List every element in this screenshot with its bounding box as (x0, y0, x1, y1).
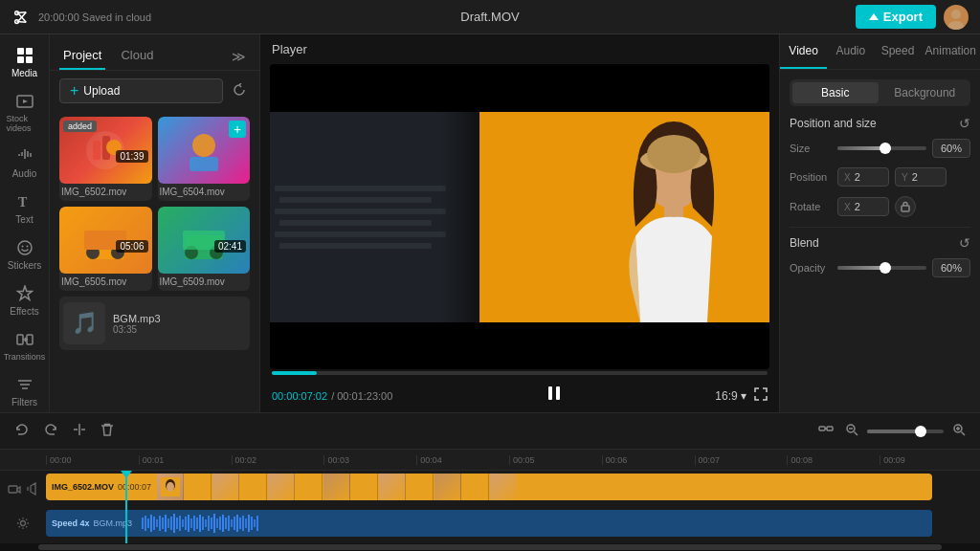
position-size-reset[interactable]: ↺ (959, 116, 970, 131)
svg-point-7 (948, 21, 964, 30)
redo-button[interactable] (40, 419, 61, 443)
audio-track[interactable]: Speed 4x BGM.mp3 (46, 510, 932, 537)
svg-rect-82 (202, 517, 204, 530)
media-item-2[interactable]: + IMG_6504.mov (158, 117, 251, 201)
scrollbar-thumb[interactable] (38, 544, 942, 550)
frame-10 (407, 474, 434, 500)
tab-audio[interactable]: Audio (827, 34, 874, 69)
avatar[interactable] (944, 5, 969, 30)
stickers-icon (15, 238, 34, 257)
blend-reset[interactable]: ↺ (959, 235, 970, 251)
position-x-input[interactable]: X 2 (837, 167, 889, 187)
sidebar-item-audio[interactable]: Audio (3, 141, 47, 185)
sub-tab-basic[interactable]: Basic (792, 82, 879, 103)
sidebar-item-text[interactable]: T Text (3, 187, 47, 231)
rotate-lock-button[interactable] (895, 196, 916, 217)
progress-bar-fill (272, 371, 317, 375)
svg-marker-13 (23, 99, 28, 103)
zoom-in-button[interactable] (949, 420, 969, 442)
sidebar-item-transitions[interactable]: Transitions (3, 324, 47, 367)
media-item-4[interactable]: 02:41 IMG_6509.mov (158, 207, 251, 291)
timeline-ruler: 00:00 00:01 00:02 00:03 00:04 00:05 00:0… (0, 450, 980, 471)
svg-rect-65 (153, 517, 155, 530)
player-right-controls: 16:9 ▾ (715, 387, 768, 404)
total-time: / 00:01:23:00 (331, 390, 392, 402)
video-track-audio-icon[interactable] (25, 481, 40, 499)
svg-rect-98 (248, 515, 250, 532)
frame-7 (323, 474, 350, 500)
timeline-toolbar (0, 413, 980, 450)
aspect-ratio-button[interactable]: 16:9 ▾ (715, 389, 746, 403)
svg-rect-69 (165, 515, 167, 532)
media-duration-1: 01:39 (116, 150, 147, 163)
icon-sidebar: Media Stock videos Audio T (0, 34, 50, 412)
video-track-camera-icon[interactable] (7, 482, 22, 498)
add-track-button[interactable] (815, 419, 836, 443)
svg-rect-63 (147, 518, 149, 528)
svg-rect-80 (196, 518, 198, 529)
pause-button[interactable] (546, 385, 563, 407)
opacity-row: Opacity 60% (790, 258, 970, 277)
svg-rect-66 (156, 519, 158, 527)
effects-icon (15, 284, 34, 303)
rotate-label: Rotate (790, 201, 832, 212)
sidebar-item-filters[interactable]: Filters (3, 369, 47, 412)
collapse-button[interactable]: ≫ (228, 45, 250, 68)
sub-tab-background[interactable]: Background (882, 82, 969, 103)
video-track[interactable]: IMG_6502.MOV 00:00:07 (46, 474, 932, 500)
svg-rect-71 (170, 517, 172, 530)
tab-animation[interactable]: Animation (922, 34, 980, 69)
undo-button[interactable] (11, 419, 33, 443)
svg-rect-52 (819, 427, 825, 430)
tab-video[interactable]: Video (780, 34, 827, 69)
refresh-button[interactable] (229, 79, 250, 103)
tab-cloud[interactable]: Cloud (117, 42, 157, 70)
svg-rect-89 (222, 515, 224, 532)
media-item-3[interactable]: 05:06 IMG_6505.mov (59, 207, 152, 291)
playback-controls (546, 385, 563, 407)
svg-rect-97 (245, 518, 247, 528)
svg-rect-84 (208, 516, 210, 531)
player-area: Player (260, 34, 779, 412)
tab-project[interactable]: Project (59, 42, 105, 70)
tab-speed[interactable]: Speed (874, 34, 921, 69)
opacity-slider[interactable] (837, 266, 926, 270)
delete-button[interactable] (98, 419, 117, 443)
export-icon (869, 13, 879, 20)
position-size-section: Position and size ↺ (790, 116, 970, 131)
size-slider[interactable] (837, 146, 926, 150)
sidebar-item-media[interactable]: Media (3, 40, 47, 84)
audio-icon (15, 146, 34, 165)
rotate-row: Rotate X 2 (790, 196, 970, 217)
filters-icon (15, 375, 34, 394)
sidebar-item-stickers[interactable]: Stickers (3, 232, 47, 276)
svg-rect-96 (242, 516, 244, 531)
audio-item-bgm[interactable]: 🎵 BGM.mp3 03:35 (59, 297, 250, 350)
media-item-1[interactable]: added 01:39 IMG_6502.mov (59, 117, 152, 201)
rotate-x-input[interactable]: X 2 (837, 197, 889, 216)
zoom-out-button[interactable] (842, 420, 861, 442)
sidebar-item-stock-videos[interactable]: Stock videos (3, 86, 47, 139)
svg-rect-64 (150, 515, 152, 532)
ruler-mark-2: 00:02 (232, 455, 324, 465)
audio-label: Audio (12, 168, 37, 179)
timeline-scrollbar[interactable] (0, 543, 980, 551)
position-y-input[interactable]: Y 2 (895, 167, 947, 187)
audio-track-info: Speed 4x BGM.mp3 (46, 518, 138, 528)
export-button[interactable]: Export (856, 5, 936, 29)
progress-bar[interactable] (260, 369, 779, 379)
svg-rect-28 (93, 141, 100, 160)
svg-rect-93 (234, 517, 235, 530)
audio-track-settings-icon[interactable] (15, 516, 31, 534)
svg-rect-72 (173, 514, 175, 533)
zoom-slider[interactable] (867, 430, 944, 433)
split-button[interactable] (69, 419, 90, 443)
text-label: Text (15, 214, 33, 225)
sidebar-item-effects[interactable]: Effects (3, 278, 47, 322)
upload-button[interactable]: + Upload (59, 78, 223, 103)
progress-bar-bg[interactable] (272, 371, 768, 375)
ruler-mark-3: 00:03 (323, 455, 416, 465)
panel-tabs: Project Cloud ≫ (50, 34, 259, 71)
media-add-button-2[interactable]: + (229, 121, 246, 138)
fullscreen-button[interactable] (754, 387, 768, 404)
